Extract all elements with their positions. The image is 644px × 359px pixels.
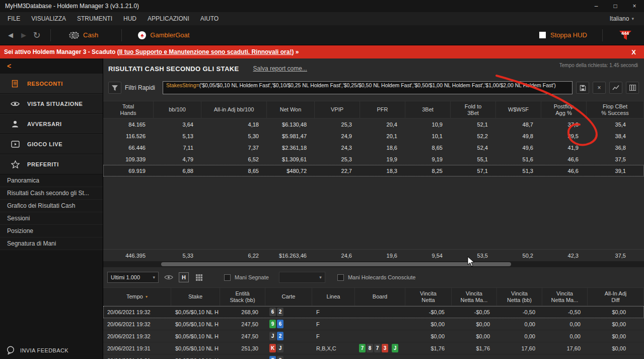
menu-aiuto[interactable]: AIUTO: [195, 15, 224, 22]
stats-cell: 48,7: [496, 118, 541, 130]
column-header-flop-cbet-success[interactable]: Flop CBet% Success: [587, 101, 644, 118]
back-icon[interactable]: ◀: [4, 31, 17, 39]
alert-close-button[interactable]: X: [631, 48, 640, 56]
sidebar-item-resoconti[interactable]: RESOCONTI: [0, 74, 103, 94]
filter-funnel-button[interactable]: 444: [618, 29, 633, 41]
save-report-link[interactable]: Salva report come...: [253, 65, 307, 72]
column-header-all-in-adj-bb-100[interactable]: All-in Adj bb/100: [201, 101, 267, 118]
last-hands-select[interactable]: Ultimi 1.000 ▾: [107, 272, 159, 283]
hand-money-cell: [588, 354, 644, 359]
column-header-net-won[interactable]: Net Won: [267, 101, 315, 118]
columns-button[interactable]: [626, 82, 639, 94]
card-7-spade: 7: [374, 344, 381, 352]
column-header-8-vincita-netta-bb[interactable]: VincitaNetta (bb): [497, 288, 542, 306]
renew-license-link[interactable]: Il tuo Supporto e Manutenzione sono scad…: [119, 48, 292, 55]
table-row[interactable]: 20/06/2021 19:31$0,05/$0,10 NL HT8: [103, 354, 644, 359]
known-holecards-checkbox[interactable]: [337, 274, 344, 281]
table-row[interactable]: 66.4467,117,37$2.361,1824,318,68,6552,44…: [103, 142, 644, 153]
column-header-6-vincita-netta[interactable]: VincitaNetta: [405, 288, 452, 306]
horizontal-scrollbar[interactable]: [103, 261, 644, 267]
hud-button[interactable]: H: [179, 272, 189, 282]
menu-visualizza[interactable]: VISUALIZZA: [26, 15, 71, 22]
card-j-spade: J: [269, 332, 276, 340]
quick-filters-label: Filtri Rapidi: [125, 84, 155, 91]
column-header-9-vincita-netta-ma[interactable]: VincitaNetta Ma...: [542, 288, 588, 306]
stats-cell: 18,6: [360, 142, 405, 153]
player-tab[interactable]: GamblerGoat: [150, 31, 189, 39]
marked-hands-select[interactable]: ▾: [279, 272, 325, 283]
refresh-icon[interactable]: ↻: [30, 30, 43, 41]
close-button[interactable]: ×: [625, 0, 644, 12]
column-header-10-all-in-adj-diff[interactable]: All-In AdjDiff: [588, 288, 644, 306]
sidebar-item-gioco-live[interactable]: GIOCO LIVE: [0, 134, 103, 154]
sidebar-item-vista-situazione[interactable]: VISTA SITUAZIONE: [0, 94, 103, 114]
sidebar-collapse-button[interactable]: <: [0, 58, 103, 74]
table-row[interactable]: 20/06/2021 19:32$0,05/$0,10 NL H268,9062…: [103, 306, 644, 318]
table-row[interactable]: 116.5265,135,30$5.981,4724,920,110,152,2…: [103, 130, 644, 142]
column-header-pfr[interactable]: PFR: [360, 101, 405, 118]
column-header-w-wsf[interactable]: W$WSF: [496, 101, 541, 118]
line-chart-icon: [612, 85, 619, 91]
stop-hud-checkbox[interactable]: [539, 32, 546, 38]
menu-file[interactable]: FILE: [2, 15, 26, 22]
column-header-3-carte[interactable]: Carte: [265, 288, 312, 306]
scrollbar-thumb[interactable]: [161, 262, 511, 266]
cash-tab[interactable]: Cash: [83, 31, 98, 39]
forward-icon[interactable]: ▶: [17, 31, 30, 39]
marked-hands-checkbox[interactable]: [224, 274, 231, 281]
graph-button[interactable]: [609, 82, 622, 94]
hands-table-header: Tempo▾StakeEntitàStack (bb)CarteLineaBoa…: [103, 287, 644, 306]
quick-filter-funnel-icon[interactable]: [108, 82, 121, 94]
sidebar-item-avversari[interactable]: AVVERSARI: [0, 114, 103, 134]
stats-cell: 25,3: [315, 153, 360, 165]
send-feedback-button[interactable]: INVIA FEEDBACK: [0, 342, 103, 359]
stats-table-header: TotalHandsbb/100All-in Adj bb/100Net Won…: [103, 101, 644, 118]
column-header-1-stake[interactable]: Stake: [171, 288, 220, 306]
table-row[interactable]: 69.9196,888,65$480,7222,718,38,2557,151,…: [103, 165, 644, 176]
maximize-button[interactable]: □: [606, 0, 625, 12]
titlebar: MyHM3Database - Holdem Manager 3 (v3.1.2…: [0, 0, 644, 12]
column-header-2-entit-stack-bb[interactable]: EntitàStack (bb): [220, 288, 265, 306]
sidebar-item-preferiti[interactable]: PREFERITI: [0, 154, 103, 174]
sidebar-subitem-posizione[interactable]: Posizione: [0, 225, 103, 237]
column-header-fold-to-3bet[interactable]: Fold to3Bet: [451, 101, 496, 118]
language-selector[interactable]: Italiano ▾: [610, 15, 642, 22]
card-6-diamond: 6: [277, 320, 283, 328]
minimize-button[interactable]: –: [587, 0, 606, 12]
menu-applicazioni[interactable]: APPLICAZIONI: [142, 15, 195, 22]
table-row[interactable]: 84.1653,644,18$6.130,4825,320,410,952,14…: [103, 118, 644, 130]
request-time-label: Tempo della richiesta: 1.45 secondi: [559, 63, 638, 68]
hand-money-cell: $1,76: [452, 342, 497, 354]
column-header-3bet[interactable]: 3Bet: [405, 101, 451, 118]
menu-strumenti[interactable]: STRUMENTI: [71, 15, 118, 22]
column-header-4-linea[interactable]: Linea: [312, 288, 355, 306]
table-row[interactable]: 20/06/2021 19:32$0,05/$0,10 NL H247,5096…: [103, 318, 644, 330]
column-header-vpip[interactable]: VPIP: [315, 101, 360, 118]
hand-stake-cell: $0,05/$0,10 NL H: [171, 354, 220, 359]
clear-filter-button[interactable]: ×: [593, 82, 606, 94]
person-icon: [10, 120, 20, 128]
sidebar-subitem-risultati-cash-secondo-gli-st[interactable]: Risultati Cash secondo gli St...: [0, 187, 103, 200]
sidebar-subitem-panoramica[interactable]: Panoramica: [0, 174, 103, 187]
column-header-0-tempo[interactable]: Tempo▾: [103, 288, 171, 306]
grid-view-button[interactable]: [193, 272, 205, 283]
filter-key-text: StakesString=: [166, 82, 199, 88]
stats-cell: $1.309,61: [267, 153, 315, 165]
table-row[interactable]: 109.3394,796,52$1.309,6125,319,99,1955,1…: [103, 153, 644, 165]
sidebar-subitem-grafico-dei-risultati-cash[interactable]: Grafico dei Risultati Cash: [0, 200, 103, 212]
menu-hud[interactable]: HUD: [118, 15, 142, 22]
quick-filter-input[interactable]: StakesString=('$0,05/$0,10 NL Holdem Fas…: [163, 81, 573, 94]
table-row[interactable]: 20/06/2021 19:31$0,05/$0,10 NL H251,30KJ…: [103, 342, 644, 354]
sidebar-subitem-segnatura-di-mani[interactable]: Segnatura di Mani: [0, 237, 103, 250]
sidebar-subitem-sessioni[interactable]: Sessioni: [0, 212, 103, 225]
column-header-postflop-agg[interactable]: PostflopAgg %: [541, 101, 587, 118]
column-header-5-board[interactable]: Board: [355, 288, 405, 306]
hand-time-cell: 20/06/2021 19:31: [103, 342, 171, 354]
column-header-bb-100[interactable]: bb/100: [154, 101, 201, 118]
eye-button[interactable]: [163, 272, 175, 283]
table-row[interactable]: 20/06/2021 19:32$0,05/$0,10 NL H247,50J2…: [103, 330, 644, 342]
column-header-total-hands[interactable]: TotalHands: [103, 101, 154, 118]
column-header-7-vincita-netta-ma[interactable]: VincitaNetta Ma...: [452, 288, 497, 306]
card-3-heart: 3: [382, 344, 388, 352]
save-filter-button[interactable]: [576, 82, 589, 94]
